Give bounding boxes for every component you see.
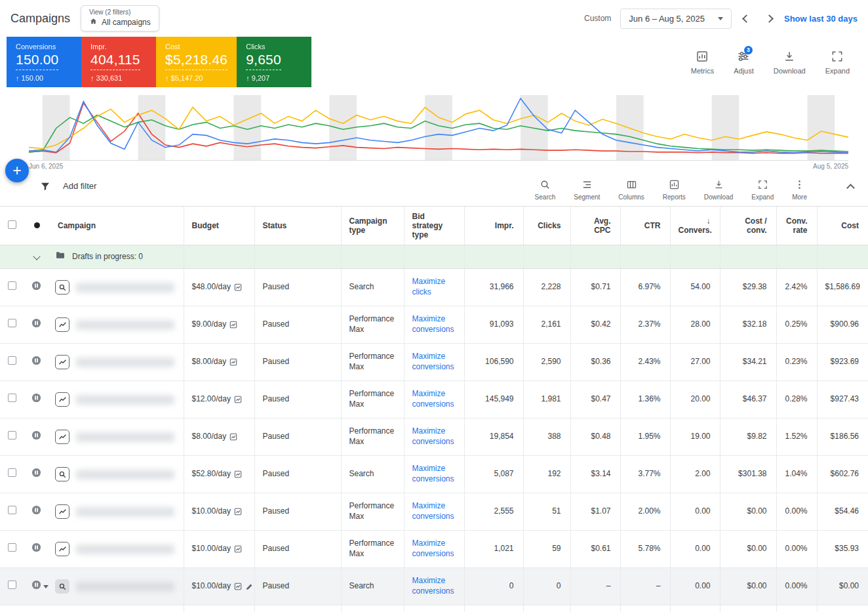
next-period-button[interactable]: [765, 14, 774, 23]
scorecard-clicks[interactable]: Clicks 9,650 ↑ 9,207: [237, 37, 311, 87]
bid-strategy-link[interactable]: Maximize conversions: [412, 389, 454, 409]
previous-period-button[interactable]: [742, 14, 751, 23]
paused-status-icon[interactable]: [31, 468, 41, 481]
row-checkbox[interactable]: [8, 319, 16, 327]
campaign-name-redacted[interactable]: [76, 470, 174, 479]
bid-strategy-report-icon[interactable]: [234, 508, 242, 516]
campaign-name-redacted[interactable]: [76, 357, 174, 367]
budget-value[interactable]: $8.00/day: [192, 432, 227, 442]
campaign-row[interactable]: $10.00/day Paused Performance Max Maximi…: [0, 493, 868, 531]
reports-button[interactable]: Reports: [663, 179, 686, 201]
row-checkbox[interactable]: [8, 468, 16, 477]
performance-trend-chart[interactable]: Jun 6, 2025 Aug 5, 2025: [29, 95, 848, 170]
download-metrics-button[interactable]: Download: [774, 50, 806, 75]
budget-value[interactable]: $9.00/day: [192, 319, 227, 330]
paused-status-icon[interactable]: [31, 430, 41, 443]
row-checkbox[interactable]: [8, 431, 16, 439]
add-filter-label[interactable]: Add filter: [63, 181, 96, 191]
bid-strategy-report-icon[interactable]: [229, 321, 237, 329]
bid-strategy-link[interactable]: Maximize conversions: [412, 464, 454, 483]
column-header-clicks[interactable]: Clicks: [523, 207, 570, 245]
bid-strategy-report-icon[interactable]: [234, 396, 242, 403]
budget-value[interactable]: $12.00/day: [192, 394, 231, 405]
bid-strategy-link[interactable]: Maximize conversions: [412, 426, 454, 446]
download-table-button[interactable]: Download: [704, 179, 733, 201]
bid-strategy-link[interactable]: Maximize clicks: [412, 277, 446, 296]
scorecard-cost[interactable]: Cost $5,218.46 ↑ $5,147.20: [156, 37, 237, 87]
column-header-status[interactable]: Status: [254, 207, 341, 245]
paused-status-icon[interactable]: [31, 281, 41, 294]
campaign-row[interactable]: $9.00/day Paused Performance Max Maximiz…: [0, 306, 868, 344]
row-checkbox[interactable]: [8, 356, 16, 365]
filter-button[interactable]: [38, 179, 52, 195]
show-last-30-days-link[interactable]: Show last 30 days: [784, 14, 858, 24]
bid-strategy-link[interactable]: Maximize conversions: [412, 352, 454, 371]
budget-value[interactable]: $10.00/day: [192, 581, 231, 592]
budget-value[interactable]: $10.00/day: [192, 544, 231, 554]
campaign-row[interactable]: $10.00/day Paused Performance Max Maximi…: [0, 531, 868, 568]
collapse-table-button[interactable]: [845, 179, 856, 197]
chevron-down-icon[interactable]: [33, 253, 40, 260]
campaign-row[interactable]: $20.00/day Paused Demand Gen Maximize co…: [0, 605, 868, 612]
campaign-name-redacted[interactable]: [76, 432, 174, 442]
bid-strategy-report-icon[interactable]: [234, 582, 242, 590]
edit-budget-icon[interactable]: [245, 582, 254, 591]
expand-table-button[interactable]: Expand: [751, 179, 774, 201]
bid-strategy-report-icon[interactable]: [229, 433, 237, 441]
column-header-bid-strategy-type[interactable]: Bid strategy type: [404, 207, 464, 245]
campaign-row[interactable]: $8.00/day Paused Performance Max Maximiz…: [0, 344, 868, 381]
date-range-select[interactable]: Jun 6 – Aug 5, 2025: [620, 9, 732, 29]
budget-value[interactable]: $48.00/day: [192, 282, 231, 293]
budget-value[interactable]: $10.00/day: [192, 506, 231, 517]
campaign-name-redacted[interactable]: [76, 582, 174, 592]
campaign-row[interactable]: $12.00/day Paused Performance Max Maximi…: [0, 381, 868, 418]
paused-status-icon[interactable]: [31, 505, 41, 518]
campaign-row[interactable]: $8.00/day Paused Performance Max Maximiz…: [0, 418, 868, 456]
scorecard-conversions[interactable]: Conversions 150.00 ↑ 150.00: [7, 37, 81, 87]
drafts-row[interactable]: Drafts in progress: 0: [0, 245, 868, 269]
more-button[interactable]: More: [792, 179, 807, 201]
paused-status-icon[interactable]: [31, 356, 41, 369]
column-header-campaign[interactable]: Campaign: [50, 207, 184, 245]
row-checkbox[interactable]: [8, 581, 16, 589]
column-header-cost[interactable]: Cost: [817, 207, 868, 245]
column-header-avg-cpc[interactable]: Avg. CPC: [570, 207, 620, 245]
select-all-checkbox[interactable]: [8, 220, 16, 229]
campaign-row[interactable]: $52.80/day Paused Search Maximize conver…: [0, 456, 868, 493]
column-header-cost-per-conv[interactable]: Cost / conv.: [720, 207, 776, 245]
view-filter-chip[interactable]: View (2 filters) All campaigns: [81, 5, 159, 31]
adjust-button[interactable]: 3 Adjust: [734, 50, 754, 75]
column-header-ctr[interactable]: CTR: [620, 207, 670, 245]
column-header-budget[interactable]: Budget: [184, 207, 254, 245]
search-button[interactable]: Search: [535, 179, 556, 201]
row-checkbox[interactable]: [8, 281, 16, 290]
campaign-name-redacted[interactable]: [76, 544, 174, 554]
bid-strategy-report-icon[interactable]: [234, 470, 242, 478]
column-header-impr[interactable]: Impr.: [464, 207, 523, 245]
paused-status-icon[interactable]: [31, 542, 41, 556]
campaign-row[interactable]: $10.00/day Paused Search Maximize conver…: [0, 568, 868, 605]
paused-status-icon[interactable]: [31, 318, 41, 331]
campaign-name-redacted[interactable]: [76, 507, 174, 517]
segment-button[interactable]: Segment: [574, 179, 600, 201]
columns-button[interactable]: Columns: [618, 179, 644, 201]
row-checkbox[interactable]: [8, 543, 16, 552]
paused-status-icon[interactable]: [31, 393, 41, 406]
column-header-conv-rate[interactable]: Conv. rate: [776, 207, 817, 245]
bid-strategy-report-icon[interactable]: [234, 283, 242, 291]
campaign-row[interactable]: $48.00/day Paused Search Maximize clicks…: [0, 269, 868, 306]
bid-strategy-link[interactable]: Maximize conversions: [412, 576, 454, 596]
column-header-conversions[interactable]: ↓ Convers.: [670, 207, 720, 245]
paused-status-icon[interactable]: [31, 580, 41, 593]
status-caret-icon[interactable]: [43, 585, 49, 588]
bid-strategy-report-icon[interactable]: [229, 358, 237, 366]
campaign-name-redacted[interactable]: [76, 320, 174, 330]
bid-strategy-link[interactable]: Maximize conversions: [412, 314, 454, 334]
budget-value[interactable]: $52.80/day: [192, 469, 231, 479]
bid-strategy-link[interactable]: Maximize conversions: [412, 539, 454, 558]
budget-value[interactable]: $8.00/day: [192, 357, 227, 367]
bid-strategy-link[interactable]: Maximize conversions: [412, 501, 454, 521]
bid-strategy-report-icon[interactable]: [234, 545, 242, 553]
column-header-campaign-type[interactable]: Campaign type: [341, 207, 404, 245]
row-checkbox[interactable]: [8, 394, 16, 402]
